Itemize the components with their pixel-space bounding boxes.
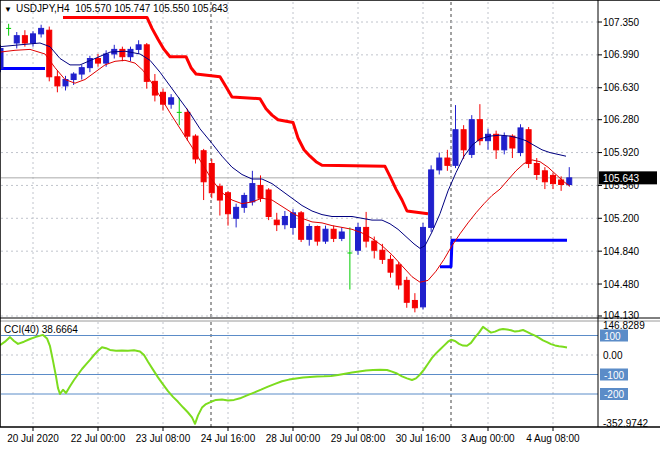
bear-candle-body	[185, 112, 190, 136]
bull-candle-body	[71, 74, 76, 79]
bear-candle-body	[380, 250, 385, 259]
bear-candle-body	[551, 175, 556, 183]
time-axis-label: 24 Jul 16:00	[201, 433, 256, 444]
bear-candle-body	[526, 130, 531, 164]
time-axis-label: 20 Jul 2020	[7, 433, 59, 444]
bear-candle-body	[412, 300, 417, 307]
price-axis-label: 106.630	[603, 82, 640, 93]
bull-candle-body	[31, 34, 36, 43]
cci-level-label: 100	[604, 331, 621, 342]
bear-candle-body	[542, 171, 547, 182]
bear-candle-body	[372, 241, 377, 250]
bull-candle-body	[14, 36, 19, 43]
price-axis-label: 104.480	[603, 279, 640, 290]
bull-candle-body	[429, 170, 434, 228]
bear-candle-body	[120, 49, 125, 56]
bear-candle-body	[331, 229, 336, 238]
bear-candle-body	[266, 190, 271, 216]
bull-candle-body	[437, 158, 442, 170]
bear-candle-body	[396, 265, 401, 285]
price-axis-label: 106.280	[603, 114, 640, 125]
indicator-label: CCI(40) 38.6664	[4, 324, 78, 335]
current-price-tag-label: 105.643	[603, 173, 640, 184]
bear-candle-body	[494, 134, 499, 150]
bull-candle-body	[234, 207, 239, 218]
bear-candle-body	[209, 164, 214, 193]
bull-candle-body	[518, 128, 523, 153]
cci-max-label: 146.8289	[603, 320, 645, 331]
bear-candle-body	[534, 164, 539, 175]
price-axis-label: 105.200	[603, 213, 640, 224]
bear-candle-body	[461, 130, 466, 150]
bull-candle-body	[39, 28, 44, 33]
time-axis-label: 23 Jul 08:00	[136, 433, 191, 444]
bear-candle-body	[404, 280, 409, 302]
price-axis-label: 105.920	[603, 147, 640, 158]
bear-candle-body	[445, 158, 450, 165]
bear-candle-body	[96, 59, 101, 64]
bear-candle-body	[477, 120, 482, 141]
price-axis-label: 104.840	[603, 246, 640, 257]
bear-candle-body	[315, 227, 320, 242]
bull-candle-body	[104, 54, 109, 63]
time-axis-label: 22 Jul 00:00	[71, 433, 126, 444]
bear-candle-body	[258, 185, 263, 198]
bear-candle-body	[510, 136, 515, 148]
price-chart-canvas[interactable]: 107.350106.990106.630106.280105.920105.5…	[0, 0, 660, 450]
bull-candle-body	[291, 213, 296, 228]
bull-candle-body	[502, 136, 507, 150]
symbol-dropdown-icon[interactable]: ▼	[4, 5, 12, 14]
time-axis-label: 4 Aug 08:00	[526, 433, 580, 444]
time-axis-label: 28 Jul 00:00	[266, 433, 321, 444]
bear-candle-body	[388, 259, 393, 272]
bull-candle-body	[250, 184, 255, 202]
bull-candle-body	[242, 195, 247, 207]
bull-candle-body	[453, 130, 458, 166]
price-axis-label: 107.350	[603, 17, 640, 28]
bull-candle-body	[567, 178, 572, 185]
bull-candle-body	[469, 120, 474, 155]
ohlc-readout: 105.570 105.747 105.550 105.643	[75, 3, 228, 14]
bear-candle-body	[274, 220, 279, 225]
chart-window: 107.350106.990106.630106.280105.920105.5…	[0, 0, 660, 450]
bull-candle-body	[169, 98, 174, 104]
symbol-period-label: USDJPY,H4	[16, 3, 70, 14]
cci-zero-label: 0.00	[603, 350, 623, 361]
bear-candle-body	[55, 77, 60, 86]
bull-candle-body	[339, 232, 344, 238]
bull-candle-body	[282, 216, 287, 224]
bull-candle-body	[421, 227, 426, 306]
bull-candle-body	[323, 229, 328, 241]
bull-candle-body	[307, 227, 312, 240]
bear-candle-body	[47, 30, 52, 77]
cci-level-label: -100	[604, 370, 624, 381]
time-axis-label: 29 Jul 08:00	[331, 433, 386, 444]
bull-candle-body	[136, 45, 141, 50]
bull-candle-body	[79, 68, 84, 74]
time-axis-label: 3 Aug 00:00	[461, 433, 515, 444]
bear-candle-body	[22, 36, 27, 43]
cci-level-label: -200	[604, 389, 624, 400]
chart-title: ▼USDJPY,H4 105.570 105.747 105.550 105.6…	[4, 3, 228, 14]
price-axis-label: 106.990	[603, 49, 640, 60]
time-axis-label: 30 Jul 16:00	[396, 433, 451, 444]
